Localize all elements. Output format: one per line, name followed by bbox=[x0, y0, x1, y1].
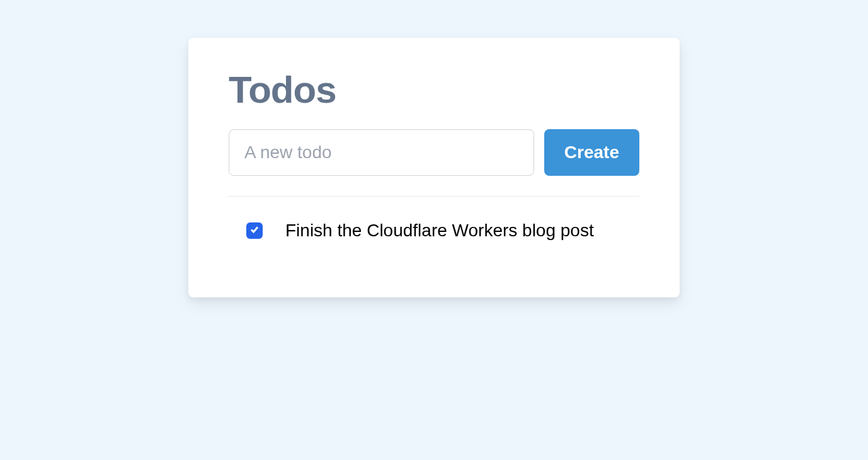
todo-item: Finish the Cloudflare Workers blog post bbox=[229, 214, 639, 247]
create-button[interactable]: Create bbox=[544, 129, 639, 176]
check-icon bbox=[249, 224, 260, 237]
todo-card: Todos Create Finish the Cloudflare Worke… bbox=[188, 38, 680, 297]
input-row: Create bbox=[229, 129, 639, 197]
todo-list: Finish the Cloudflare Workers blog post bbox=[229, 197, 639, 247]
todo-checkbox[interactable] bbox=[246, 222, 263, 239]
page-title: Todos bbox=[229, 68, 639, 112]
todo-text: Finish the Cloudflare Workers blog post bbox=[285, 219, 594, 242]
new-todo-input[interactable] bbox=[229, 129, 534, 176]
